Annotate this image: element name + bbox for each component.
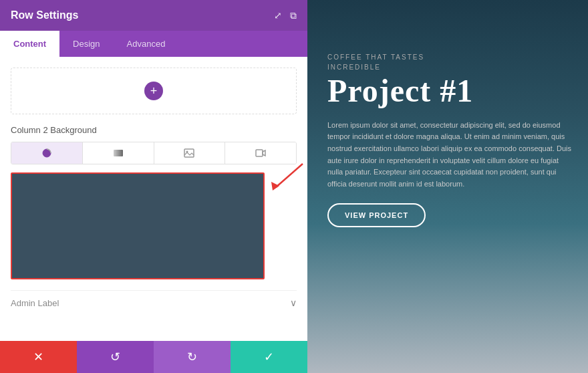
gradient-icon [113,148,124,158]
undo-icon: ↺ [110,350,120,364]
minimize-icon[interactable]: ⧉ [290,10,297,21]
project-description: Lorem ipsum dolor sit amet, consectetur … [327,120,575,191]
panel-header: Row Settings ⤢ ⧉ [0,0,307,31]
svg-line-0 [276,164,303,187]
coffee-eyebrow: COFFEE THAT TASTES [327,53,575,61]
cancel-icon: ✕ [33,350,43,364]
bg-type-gradient[interactable] [83,142,154,164]
expand-icon[interactable]: ⤢ [274,10,282,21]
view-project-button[interactable]: VIEW PROJECT [327,203,426,227]
cancel-button[interactable]: ✕ [0,341,77,373]
svg-rect-4 [184,149,194,157]
bottom-toolbar: ✕ ↺ ↻ ✓ [0,341,307,373]
bg-type-color[interactable] [11,142,83,164]
chevron-down-icon: ∨ [290,297,297,308]
coffee-eyebrow2: INCREDIBLE [327,64,575,71]
admin-label-text: Admin Label [11,298,59,308]
color-icon [41,148,52,158]
redo-icon: ↻ [187,350,197,364]
bg-type-tabs [11,142,297,164]
panel-tabs: Content Design Advanced [0,31,307,57]
confirm-button[interactable]: ✓ [231,341,307,373]
tab-design[interactable]: Design [59,31,113,57]
panel-body: + Column 2 Background [0,57,307,341]
bg-type-image[interactable] [154,142,226,164]
redo-button[interactable]: ↻ [154,341,231,373]
add-column-area: + [11,68,297,114]
undo-button[interactable]: ↺ [77,341,154,373]
add-column-button[interactable]: + [144,82,163,100]
svg-rect-3 [114,150,123,156]
svg-marker-1 [271,182,279,191]
tab-advanced[interactable]: Advanced [114,31,179,57]
red-arrow [266,160,313,194]
column2-bg-label: Column 2 Background [11,125,297,135]
tab-content[interactable]: Content [0,31,59,57]
image-icon [184,148,194,158]
project-title: Project #1 [327,74,575,109]
video-icon [255,148,266,158]
confirm-icon: ✓ [264,350,274,364]
header-icons: ⤢ ⧉ [274,10,297,21]
settings-panel: Row Settings ⤢ ⧉ Content Design Advanced… [0,0,307,341]
admin-label-row[interactable]: Admin Label ∨ [11,290,297,315]
project-preview: COFFEE THAT TASTES INCREDIBLE Project #1… [307,0,588,373]
color-preview-box[interactable] [11,172,265,279]
panel-title: Row Settings [11,9,78,21]
svg-rect-6 [256,150,263,156]
